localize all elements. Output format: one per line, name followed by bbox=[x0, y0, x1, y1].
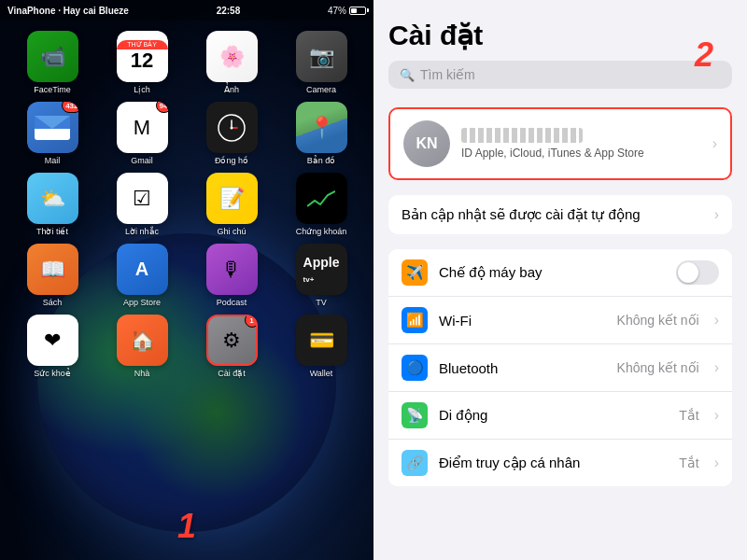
battery-area: 47% bbox=[328, 6, 366, 16]
toggle-knob-airplane bbox=[678, 262, 698, 283]
app-item-stocks[interactable]: Chứng khoán bbox=[278, 173, 364, 236]
app-item-tv[interactable]: Appletv+TV bbox=[278, 244, 364, 307]
app-item-settings[interactable]: ⚙1Cài đặt bbox=[189, 315, 275, 378]
update-row[interactable]: Bản cập nhật sẽ được cài đặt tự động › bbox=[388, 195, 732, 234]
app-icon-photos: 🌸 bbox=[206, 31, 258, 82]
app-item-calendar[interactable]: THỨ BẢY12Lịch bbox=[99, 31, 185, 94]
chevron-icon-wifi: › bbox=[714, 312, 719, 329]
app-label-weather: Thời tiết bbox=[36, 227, 68, 236]
app-icon-calendar: THỨ BẢY12 bbox=[117, 31, 168, 82]
avatar: KN bbox=[403, 120, 450, 167]
settings-row-mobile[interactable]: 📡Di độngTắt› bbox=[388, 392, 732, 440]
app-icon-health: ❤ bbox=[27, 315, 78, 366]
profile-subtitle: ID Apple, iCloud, iTunes & App Store bbox=[461, 147, 701, 160]
settings-row-label-personal-hotspot: Điểm truy cập cá nhân bbox=[439, 455, 668, 471]
app-label-home: Nhà bbox=[134, 369, 150, 378]
app-label-reminders: Lời nhắc bbox=[125, 227, 159, 236]
search-bar[interactable]: 🔍 Tìm kiếm bbox=[388, 61, 732, 89]
step-number-2: 2 bbox=[695, 35, 713, 75]
chevron-icon-personal-hotspot: › bbox=[714, 455, 719, 471]
app-item-notes[interactable]: 📝Ghi chú bbox=[189, 173, 275, 236]
battery-icon bbox=[349, 7, 366, 15]
battery-fill bbox=[351, 8, 357, 13]
app-item-photos[interactable]: 🌸Ảnh bbox=[189, 31, 275, 94]
settings-title: Cài đặt bbox=[388, 19, 483, 51]
app-item-clock[interactable]: Đồng hồ bbox=[189, 102, 275, 165]
app-label-books: Sách bbox=[43, 298, 63, 307]
profile-section[interactable]: KN ID Apple, iCloud, iTunes & App Store … bbox=[388, 107, 732, 180]
app-label-wallet: Wallet bbox=[310, 369, 333, 378]
update-chevron-icon: › bbox=[714, 206, 719, 223]
app-item-reminders[interactable]: ☑Lời nhắc bbox=[99, 173, 185, 236]
app-item-books[interactable]: 📖Sách bbox=[9, 244, 95, 307]
badge-gmail: 94 bbox=[156, 102, 168, 113]
app-item-camera[interactable]: 📷Camera bbox=[278, 31, 364, 94]
app-item-mail[interactable]: 432Mail bbox=[9, 102, 95, 165]
profile-name-blurred bbox=[461, 128, 583, 143]
update-section: Bản cập nhật sẽ được cài đặt tự động › bbox=[388, 195, 732, 234]
left-panel: VinaPhone · Hay cai Blueze 22:58 47% 📹Fa… bbox=[0, 0, 374, 560]
search-icon: 🔍 bbox=[400, 68, 415, 82]
settings-row-value-bluetooth: Không kết nối bbox=[617, 360, 699, 375]
app-icon-podcast: 🎙 bbox=[206, 244, 258, 295]
app-icon-maps: 📍 bbox=[296, 102, 347, 153]
settings-row-icon-personal-hotspot: 🔗 bbox=[402, 450, 428, 476]
settings-row-label-airplane: Chế độ máy bay bbox=[439, 264, 665, 281]
settings-list: ✈️Chế độ máy bay📶Wi-FiKhông kết nối›🔵Blu… bbox=[388, 249, 732, 486]
app-item-weather[interactable]: ⛅Thời tiết bbox=[9, 173, 95, 236]
app-item-home[interactable]: 🏠Nhà bbox=[99, 315, 185, 378]
chevron-icon-mobile: › bbox=[714, 407, 719, 424]
app-icon-facetime: 📹 bbox=[27, 31, 78, 82]
app-icon-books: 📖 bbox=[27, 244, 78, 295]
chevron-icon-bluetooth: › bbox=[714, 359, 719, 376]
app-item-appstore[interactable]: AApp Store bbox=[99, 244, 185, 307]
app-label-notes: Ghi chú bbox=[217, 227, 246, 236]
time-text: 22:58 bbox=[217, 6, 241, 16]
settings-row-icon-wifi: 📶 bbox=[402, 307, 428, 333]
settings-row-personal-hotspot[interactable]: 🔗Điểm truy cập cá nhânTắt› bbox=[388, 440, 732, 486]
settings-row-wifi[interactable]: 📶Wi-FiKhông kết nối› bbox=[388, 297, 732, 344]
right-panel: Cài đặt 2 🔍 Tìm kiếm KN ID Apple, iCloud… bbox=[374, 0, 747, 560]
profile-info: ID Apple, iCloud, iTunes & App Store bbox=[461, 128, 701, 160]
app-item-wallet[interactable]: 💳Wallet bbox=[278, 315, 364, 378]
app-icon-reminders: ☑ bbox=[117, 173, 168, 224]
search-placeholder-text: Tìm kiếm bbox=[420, 67, 475, 82]
settings-row-label-wifi: Wi-Fi bbox=[439, 313, 606, 329]
app-icon-stocks bbox=[296, 173, 347, 224]
app-item-maps[interactable]: 📍Bản đồ bbox=[278, 102, 364, 165]
app-label-gmail: Gmail bbox=[131, 156, 153, 165]
settings-row-value-personal-hotspot: Tắt bbox=[679, 455, 698, 470]
toggle-airplane[interactable] bbox=[676, 260, 719, 285]
settings-row-label-bluetooth: Bluetooth bbox=[439, 360, 606, 376]
badge-mail: 432 bbox=[62, 102, 78, 113]
settings-row-value-mobile: Tắt bbox=[679, 408, 698, 423]
settings-row-label-mobile: Di động bbox=[439, 407, 668, 424]
app-icon-gmail: M94 bbox=[117, 102, 168, 153]
app-label-health: Sức khoẻ bbox=[34, 369, 71, 378]
settings-row-icon-bluetooth: 🔵 bbox=[402, 355, 428, 381]
app-icon-weather: ⛅ bbox=[27, 173, 78, 224]
settings-row-icon-mobile: 📡 bbox=[402, 402, 428, 428]
update-label: Bản cập nhật sẽ được cài đặt tự động bbox=[402, 206, 714, 223]
app-label-podcast: Podcast bbox=[217, 298, 247, 307]
badge-settings: 1 bbox=[245, 315, 258, 328]
app-item-facetime[interactable]: 📹FaceTime bbox=[9, 31, 95, 94]
settings-row-bluetooth[interactable]: 🔵BluetoothKhông kết nối› bbox=[388, 344, 732, 392]
app-label-tv: TV bbox=[316, 298, 327, 307]
app-label-clock: Đồng hồ bbox=[215, 156, 248, 165]
app-grid: 📹FaceTimeTHỨ BẢY12Lịch🌸Ảnh📷Camera432Mail… bbox=[0, 26, 374, 383]
app-icon-appstore: A bbox=[117, 244, 168, 295]
carrier-text: VinaPhone · Hay cai Blueze bbox=[7, 6, 129, 16]
app-icon-camera: 📷 bbox=[296, 31, 347, 82]
app-item-gmail[interactable]: M94Gmail bbox=[99, 102, 185, 165]
app-icon-home: 🏠 bbox=[117, 315, 168, 366]
app-item-podcast[interactable]: 🎙Podcast bbox=[189, 244, 275, 307]
step-number-1: 1 bbox=[177, 507, 196, 546]
settings-header: Cài đặt 2 🔍 Tìm kiếm bbox=[374, 0, 747, 98]
app-icon-wallet: 💳 bbox=[296, 315, 347, 366]
app-label-mail: Mail bbox=[45, 156, 61, 165]
app-item-health[interactable]: ❤Sức khoẻ bbox=[9, 315, 95, 378]
app-icon-notes: 📝 bbox=[206, 173, 258, 224]
settings-row-airplane[interactable]: ✈️Chế độ máy bay bbox=[388, 249, 732, 297]
battery-percent: 47% bbox=[328, 6, 346, 16]
